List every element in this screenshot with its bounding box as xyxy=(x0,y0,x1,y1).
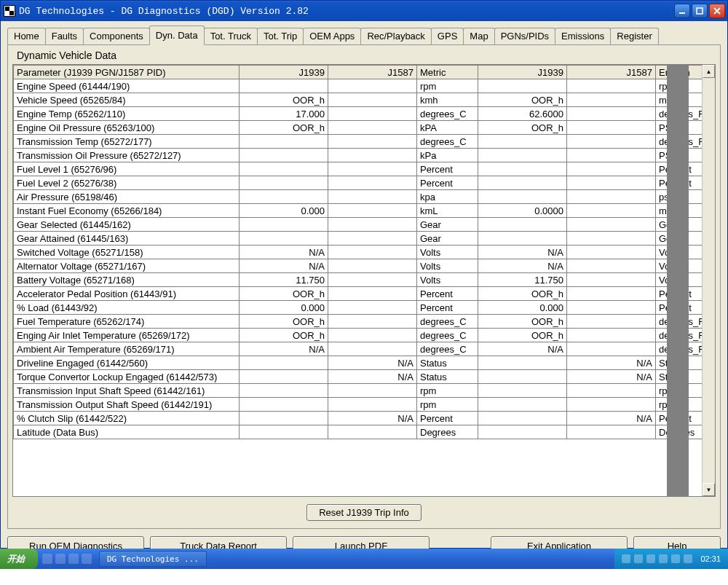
table-row[interactable]: % Load (61443/92)0.000Percent0.000Percen… xyxy=(14,301,703,315)
cell: OOR_h xyxy=(478,121,567,135)
cell xyxy=(328,149,417,162)
table-row[interactable]: Ambient Air Temperature (65269/171)N/Ade… xyxy=(14,342,703,356)
table-row[interactable]: Switched Voltage (65271/158)N/AVoltsN/AV… xyxy=(14,246,703,259)
tab-tot-truck[interactable]: Tot. Truck xyxy=(204,28,258,44)
cell xyxy=(240,398,328,412)
cell: % Load (61443/92) xyxy=(14,301,240,315)
vertical-scrollbar[interactable]: ▲ ▼ xyxy=(702,65,715,496)
table-row[interactable]: Enging Air Inlet Temperature (65269/172)… xyxy=(14,329,703,342)
table-row[interactable]: Fuel Temperature (65262/174)OOR_hdegrees… xyxy=(14,315,703,329)
cell: Status xyxy=(417,370,478,384)
cell xyxy=(567,301,656,315)
tab-dyn-data[interactable]: Dyn. Data xyxy=(149,25,205,45)
tray-icon[interactable] xyxy=(659,554,668,563)
scroll-track[interactable] xyxy=(703,78,715,483)
cell: Percent xyxy=(417,287,478,301)
col-header[interactable]: J1587 xyxy=(567,66,656,79)
cell xyxy=(328,259,417,273)
ql-icon[interactable] xyxy=(55,554,66,564)
table-row[interactable]: Engine Temp (65262/110)17.000degrees_C62… xyxy=(14,107,703,121)
cell xyxy=(328,190,417,204)
table-row[interactable]: Transmission Input Shaft Speed (61442/16… xyxy=(14,384,703,398)
cell: degrees_C xyxy=(417,329,478,342)
cell: Percent xyxy=(417,162,478,176)
scroll-down-button[interactable]: ▼ xyxy=(703,483,715,496)
table-row[interactable]: Air Pressure (65198/46)kpapsi xyxy=(14,190,703,204)
ql-icon[interactable] xyxy=(42,554,52,564)
tray-icon[interactable] xyxy=(622,554,630,563)
table-row[interactable]: Accelerator Pedal Position (61443/91)OOR… xyxy=(14,287,703,301)
cell: OOR_h xyxy=(240,93,328,107)
quick-launch[interactable] xyxy=(38,554,96,564)
tray-icon[interactable] xyxy=(671,554,680,563)
data-grid[interactable]: Parameter (J1939 PGN/J1587 PID)J1939J158… xyxy=(13,65,702,439)
tab-components[interactable]: Components xyxy=(83,28,150,44)
table-row[interactable]: Battery Voltage (65271/168)11.750Volts11… xyxy=(14,273,703,287)
cell: OOR_h xyxy=(240,287,328,301)
table-row[interactable]: Fuel Level 2 (65276/38)PercentPercent xyxy=(14,176,703,190)
system-tray[interactable]: 02:31 xyxy=(614,549,728,569)
cell xyxy=(478,356,567,370)
tab-home[interactable]: Home xyxy=(7,28,46,44)
tray-icon[interactable] xyxy=(646,554,655,563)
cell xyxy=(328,79,417,93)
start-button[interactable]: 开始 xyxy=(0,549,38,569)
tab-register[interactable]: Register xyxy=(610,28,658,44)
table-row[interactable]: Transmission Temp (65272/177)degrees_Cde… xyxy=(14,135,703,149)
cell xyxy=(567,135,656,149)
table-row[interactable]: Alternator Voltage (65271/167)N/AVoltsN/… xyxy=(14,259,703,273)
col-header[interactable]: J1939 xyxy=(478,66,567,79)
cell: Battery Voltage (65271/168) xyxy=(14,273,240,287)
table-row[interactable]: Engine Oil Pressure (65263/100)OOR_hkPAO… xyxy=(14,121,703,135)
tab-emissions[interactable]: Emissions xyxy=(555,28,611,44)
reset-trip-button[interactable]: Reset J1939 Trip Info xyxy=(306,504,422,521)
scroll-up-button[interactable]: ▲ xyxy=(703,65,715,78)
minimize-button[interactable] xyxy=(674,4,690,18)
table-row[interactable]: Transmission Oil Pressure (65272/127)kPa… xyxy=(14,149,703,162)
table-row[interactable]: Gear Attained (61445/163)GearGear xyxy=(14,232,703,246)
table-row[interactable]: Instant Fuel Economy (65266/184)0.000kmL… xyxy=(14,204,703,218)
table-row[interactable]: Torque Convertor Lockup Engaged (61442/5… xyxy=(14,370,703,384)
col-header[interactable]: Metric xyxy=(417,66,478,79)
cell: N/A xyxy=(567,370,656,384)
table-row[interactable]: % Clutch Slip (61442/522)N/APercentN/APe… xyxy=(14,412,703,425)
cell: Engine Speed (61444/190) xyxy=(14,79,240,93)
cell: kPa xyxy=(417,149,478,162)
table-row[interactable]: Transmission Output Shaft Speed (61442/1… xyxy=(14,398,703,412)
tray-icon[interactable] xyxy=(634,554,643,563)
start-label: 开始 xyxy=(7,553,25,565)
tab-rec-playback[interactable]: Rec/Playback xyxy=(360,28,431,44)
cell: kmL xyxy=(417,204,478,218)
table-row[interactable]: Engine Speed (61444/190)rpmrpm xyxy=(14,79,703,93)
taskbar-item[interactable]: DG Technologies ... xyxy=(99,551,207,567)
tab-map[interactable]: Map xyxy=(463,28,494,44)
col-header[interactable]: J1587 xyxy=(328,66,417,79)
tab-tot-trip[interactable]: Tot. Trip xyxy=(257,28,304,44)
ql-icon[interactable] xyxy=(82,554,92,564)
cell: Fuel Level 2 (65276/38) xyxy=(14,176,240,190)
table-row[interactable]: Fuel Level 1 (65276/96)PercentPercent xyxy=(14,162,703,176)
table-row[interactable]: Vehicle Speed (65265/84)OOR_hkmhOOR_hmph xyxy=(14,93,703,107)
taskbar[interactable]: 开始 DG Technologies ... 02:31 xyxy=(0,549,728,569)
col-header[interactable]: J1939 xyxy=(240,66,328,79)
col-header[interactable]: Parameter (J1939 PGN/J1587 PID) xyxy=(14,66,240,79)
ql-icon[interactable] xyxy=(68,554,79,564)
tab-faults[interactable]: Faults xyxy=(45,28,84,44)
close-button[interactable] xyxy=(709,4,725,18)
tray-icon[interactable] xyxy=(684,554,692,563)
tab-pgns-pids[interactable]: PGNs/PIDs xyxy=(494,28,555,44)
cell: 11.750 xyxy=(240,273,328,287)
tab-oem-apps[interactable]: OEM Apps xyxy=(303,28,361,44)
maximize-button[interactable] xyxy=(692,4,708,18)
titlebar[interactable]: DG Technologies - DG Diagnostics (DGD) V… xyxy=(1,1,727,21)
cell xyxy=(240,218,328,232)
cell xyxy=(567,93,656,107)
table-row[interactable]: Gear Selected (61445/162)GearGear xyxy=(14,218,703,232)
cell: Percent xyxy=(417,412,478,425)
table-row[interactable]: Driveline Engaged (61442/560)N/AStatusN/… xyxy=(14,356,703,370)
cell: 0.000 xyxy=(240,301,328,315)
tab-gps[interactable]: GPS xyxy=(431,28,464,44)
cell xyxy=(478,190,567,204)
data-grid-scroll: Parameter (J1939 PGN/J1587 PID)J1939J158… xyxy=(13,65,702,496)
table-row[interactable]: Latitude (Data Bus)DegreesDegrees xyxy=(14,425,703,439)
